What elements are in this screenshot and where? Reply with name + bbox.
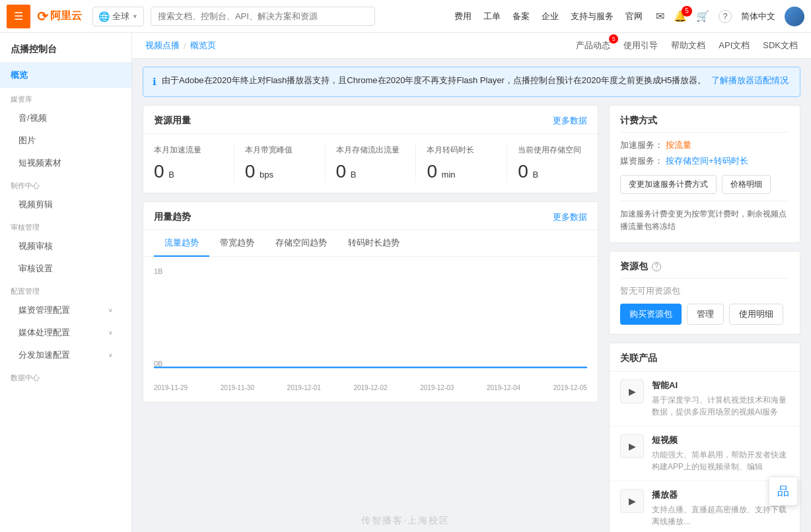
resource-stats: 本月加速流量 0 B 本月带宽峰值 0 bps	[143, 134, 598, 193]
change-billing-button[interactable]: 变更加速服务计费方式	[620, 175, 717, 194]
tab-storage[interactable]: 存储空间趋势	[265, 230, 337, 257]
package-detail-button[interactable]: 使用明细	[729, 304, 783, 325]
chevron-down-process-icon: ∨	[108, 329, 113, 336]
logo-text: 阿里云	[50, 9, 82, 23]
stat-value-3: 0	[427, 161, 437, 182]
stat-label-0: 本月加速流量	[154, 145, 223, 156]
chart-x-labels: 2019-11-29 2019-11-30 2019-12-01 2019-12…	[154, 384, 587, 391]
sub-nav-actions: 产品动态 5 使用引导 帮助文档 API文档 SDK文档	[576, 40, 798, 51]
billing-media-label: 媒资服务：	[620, 155, 663, 167]
question-icon[interactable]: ?	[652, 262, 661, 271]
top-nav: ☰ ⟳ 阿里云 🌐 全球 ▼ 费用 工单 备案 企业 支持与服务 官网 ✉ 🔔 …	[0, 0, 811, 33]
manage-package-button[interactable]: 管理	[687, 304, 724, 325]
chevron-down-media-icon: ∨	[108, 307, 113, 314]
sidebar-item-overview[interactable]: 概览	[0, 63, 131, 88]
price-detail-button[interactable]: 价格明细	[722, 175, 771, 194]
sub-nav-help[interactable]: 帮助文档	[671, 40, 705, 51]
sidebar-title: 点播控制台	[0, 33, 131, 63]
alert-banner: ℹ 由于Adobe在2020年终止对Flash播放器支持，且Chrome在202…	[143, 67, 800, 97]
short-video-product-desc: 功能强大、简单易用，帮助开发者快速构建APP上的短视频录制、编辑	[652, 449, 789, 473]
sidebar-section-production: 制作中心	[0, 174, 131, 193]
sidebar: 点播控制台 概览 媒资库 音/视频 图片 短视频素材 制作中心 视频剪辑 审核管…	[0, 33, 132, 532]
global-selector[interactable]: 🌐 全球 ▼	[92, 7, 144, 26]
billing-title: 计费方式	[620, 115, 789, 133]
email-icon[interactable]: ✉	[656, 10, 664, 22]
play-video-icon: ▶	[629, 441, 636, 451]
nav-link-filing[interactable]: 备案	[512, 11, 530, 22]
sidebar-item-media-config[interactable]: 媒资管理配置 ∨	[0, 299, 131, 321]
float-button[interactable]: 品	[769, 477, 798, 506]
ai-product-icon: ▶	[620, 380, 644, 403]
help-icon[interactable]: ?	[719, 10, 732, 23]
sidebar-item-review-settings[interactable]: 审核设置	[0, 257, 131, 280]
nav-link-expense[interactable]: 费用	[454, 11, 472, 22]
billing-accel-label: 加速服务：	[620, 139, 663, 151]
sidebar-item-av[interactable]: 音/视频	[0, 107, 131, 129]
distribution-label: 分发加速配置	[18, 349, 70, 361]
tab-transcode[interactable]: 转码时长趋势	[337, 230, 410, 257]
lang-selector[interactable]: 简体中文	[741, 11, 775, 22]
watermark: 传智播客·上海校区	[361, 515, 450, 527]
avatar[interactable]	[785, 7, 804, 26]
related-item-1[interactable]: ▶ 短视频 功能强大、简单易用，帮助开发者快速构建APP上的短视频录制、编辑	[610, 426, 800, 481]
trend-more-link[interactable]: 更多数据	[553, 211, 587, 223]
logo-icon: ⟳	[37, 9, 48, 24]
sub-nav-api[interactable]: API文档	[719, 40, 750, 51]
nav-link-ticket[interactable]: 工单	[483, 11, 501, 22]
sidebar-item-short-video[interactable]: 短视频素材	[0, 152, 131, 174]
logo: ⟳ 阿里云	[37, 9, 82, 24]
breadcrumb-parent[interactable]: 视频点播	[145, 40, 180, 51]
tab-traffic[interactable]: 流量趋势	[154, 230, 209, 257]
stat-label-1: 本月带宽峰值	[245, 145, 314, 156]
stat-value-row-4: 0 B	[518, 161, 587, 182]
related-item-0[interactable]: ▶ 智能AI 基于深度学习、计算机视觉技术和海量数据，提供多应用场景的视频AI服…	[610, 372, 800, 426]
sub-nav-product-updates[interactable]: 产品动态 5	[576, 40, 610, 51]
sidebar-item-video-review[interactable]: 视频审核	[0, 235, 131, 257]
nav-link-enterprise[interactable]: 企业	[542, 11, 559, 22]
stat-value-2: 0	[336, 161, 347, 182]
tab-bandwidth[interactable]: 带宽趋势	[209, 230, 265, 257]
hamburger-button[interactable]: ☰	[7, 5, 30, 28]
bell-icon-wrapper[interactable]: 🔔 5	[674, 10, 687, 22]
nav-link-official[interactable]: 官网	[625, 11, 643, 22]
float-icon: 品	[777, 483, 789, 499]
resource-more-link[interactable]: 更多数据	[553, 115, 587, 127]
billing-media-link[interactable]: 按存储空间+转码时长	[666, 155, 748, 167]
short-video-product-name: 短视频	[652, 434, 789, 446]
sidebar-item-video-edit[interactable]: 视频剪辑	[0, 193, 131, 216]
sidebar-item-distribution[interactable]: 分发加速配置 ∨	[0, 344, 131, 366]
nav-links: 费用 工单 备案 企业 支持与服务 官网	[454, 11, 643, 22]
chart-x-6: 2019-12-05	[553, 384, 587, 391]
sidebar-collapse-button[interactable]: ‹	[131, 269, 132, 296]
player-product-desc: 支持点播、直播超高密播放、支持下载离线播放...	[652, 504, 789, 527]
billing-buttons: 变更加速服务计费方式 价格明细	[620, 175, 789, 194]
main-layout: 点播控制台 概览 媒资库 音/视频 图片 短视频素材 制作中心 视频剪辑 审核管…	[0, 33, 811, 532]
breadcrumb-current[interactable]: 概览页	[190, 40, 216, 51]
chart-x-2: 2019-12-01	[287, 384, 321, 391]
stat-value-row-1: 0 bps	[245, 161, 314, 182]
chevron-down-icon: ▼	[132, 13, 138, 20]
alert-icon: ℹ	[153, 75, 157, 90]
cart-icon[interactable]: 🛒	[696, 10, 709, 22]
sub-nav-guide[interactable]: 使用引导	[623, 40, 658, 51]
buy-package-button[interactable]: 购买资源包	[620, 304, 682, 325]
sub-nav-sdk[interactable]: SDK文档	[763, 40, 798, 51]
ai-product-desc: 基于深度学习、计算机视觉技术和海量数据，提供多应用场景的视频AI服务	[652, 394, 789, 418]
stat-acceleration: 本月加速流量 0 B	[154, 145, 234, 182]
alert-link[interactable]: 了解播放器适配情况	[711, 74, 789, 87]
short-video-product-info: 短视频 功能强大、简单易用，帮助开发者快速构建APP上的短视频录制、编辑	[652, 434, 789, 473]
stat-label-2: 本月存储流出流量	[336, 145, 406, 156]
billing-accel-link[interactable]: 按流量	[666, 139, 691, 151]
search-input[interactable]	[151, 7, 375, 26]
stat-bandwidth: 本月带宽峰值 0 bps	[234, 145, 326, 182]
sidebar-section-media: 媒资库	[0, 88, 131, 107]
stat-unit-4: B	[532, 170, 538, 180]
chart-x-5: 2019-12-04	[487, 384, 520, 391]
sidebar-item-image[interactable]: 图片	[0, 129, 131, 152]
nav-link-support[interactable]: 支持与服务	[571, 11, 614, 22]
sidebar-item-media-process[interactable]: 媒体处理配置 ∨	[0, 321, 131, 344]
product-updates-badge: 5	[609, 34, 618, 44]
stat-unit-0: B	[168, 170, 174, 180]
resource-usage-card: 资源用量 更多数据 本月加速流量 0 B 本月带宽峰值	[143, 105, 598, 193]
hamburger-icon: ☰	[14, 10, 23, 22]
